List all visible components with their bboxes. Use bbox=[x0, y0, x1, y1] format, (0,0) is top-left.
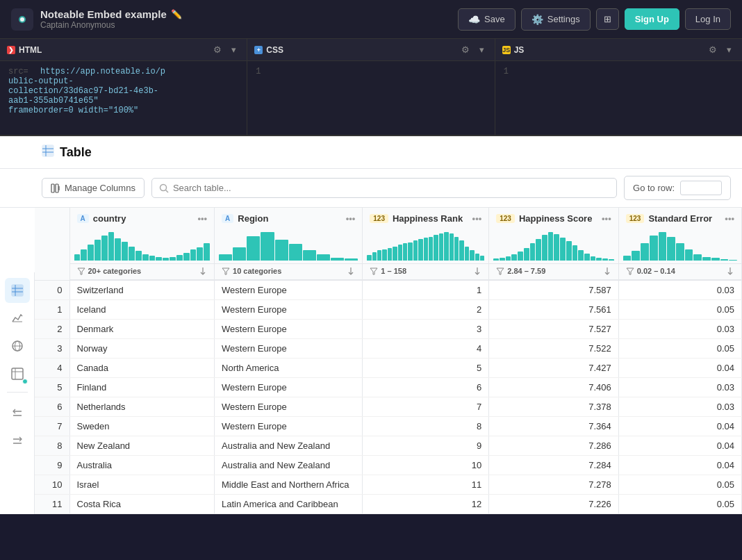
row-score: 7.226 bbox=[489, 495, 618, 514]
rank-filter-icon[interactable] bbox=[370, 267, 378, 275]
table-row[interactable]: 1 Iceland Western Europe 2 7.561 0.05 bbox=[35, 300, 742, 320]
table-row[interactable]: 2 Denmark Western Europe 3 7.527 0.03 bbox=[35, 320, 742, 339]
data-table-container: A country ••• 20+ categories bbox=[35, 208, 742, 514]
table-row[interactable]: 6 Netherlands Western Europe 7 7.378 0.0… bbox=[35, 397, 742, 417]
css-settings-btn[interactable]: ⚙ bbox=[458, 43, 473, 56]
js-dot: JS bbox=[502, 46, 511, 54]
score-column-header: 123 Happiness Score ••• 2.84 – 7.59 bbox=[489, 208, 618, 281]
score-stats-text: 2.84 – 7.59 bbox=[507, 267, 545, 275]
js-editor-content[interactable]: 1 bbox=[495, 61, 742, 135]
table-row[interactable]: 4 Canada North America 5 7.427 0.04 bbox=[35, 359, 742, 378]
js-settings-btn[interactable]: ⚙ bbox=[705, 43, 720, 56]
edit-icon[interactable]: ✏️ bbox=[171, 9, 182, 19]
logo-area: Noteable Embed example ✏️ Captain Anonym… bbox=[11, 8, 458, 31]
rank-col-menu[interactable]: ••• bbox=[472, 213, 482, 224]
signup-button[interactable]: Sign Up bbox=[625, 8, 679, 30]
collapse-button[interactable] bbox=[5, 401, 30, 426]
sidebar-item-table[interactable] bbox=[5, 278, 30, 303]
js-dropdown-btn[interactable]: ▾ bbox=[723, 43, 735, 56]
region-col-menu[interactable]: ••• bbox=[346, 213, 356, 224]
stderr-stats-text: 0.02 – 0.14 bbox=[637, 267, 675, 275]
manage-columns-button[interactable]: Manage Columns bbox=[42, 178, 145, 198]
js-panel-settings: ⚙ ▾ bbox=[705, 43, 735, 56]
table-row[interactable]: 8 New Zealand Australia and New Zealand … bbox=[35, 436, 742, 456]
css-panel: + CSS ⚙ ▾ 1 bbox=[247, 39, 495, 135]
sidebar-item-globe[interactable] bbox=[5, 333, 30, 359]
row-score: 7.406 bbox=[489, 378, 618, 397]
score-type-badge: 123 bbox=[496, 214, 515, 223]
row-score: 7.378 bbox=[489, 397, 618, 417]
rank-stats-text: 1 – 158 bbox=[381, 267, 406, 275]
css-lang-badge: + CSS bbox=[254, 45, 283, 55]
goto-row-input[interactable] bbox=[680, 181, 722, 195]
svg-point-2 bbox=[20, 17, 24, 22]
region-sort-icon[interactable] bbox=[347, 267, 355, 275]
region-stats-text: 10 categories bbox=[233, 267, 281, 275]
score-sort-icon[interactable] bbox=[603, 267, 611, 275]
row-country: Israel bbox=[69, 475, 215, 495]
goto-row-area: Go to row: bbox=[624, 176, 731, 200]
collapse-all-button[interactable] bbox=[5, 429, 30, 454]
row-region: Western Europe bbox=[215, 378, 363, 397]
region-col-stats: 10 categories bbox=[215, 264, 362, 280]
table-row[interactable]: 10 Israel Middle East and Northern Afric… bbox=[35, 475, 742, 495]
row-stderr: 0.05 bbox=[618, 475, 741, 495]
sidebar-divider bbox=[7, 392, 28, 393]
sidebar-item-chart[interactable] bbox=[5, 306, 30, 331]
save-button[interactable]: ☁️ Save bbox=[458, 8, 516, 31]
stderr-filter-icon[interactable] bbox=[626, 267, 634, 275]
css-editor-content[interactable]: 1 bbox=[247, 61, 494, 135]
rank-sort-icon[interactable] bbox=[473, 267, 481, 275]
stderr-histogram bbox=[619, 229, 741, 264]
svg-rect-7 bbox=[12, 285, 23, 296]
css-dropdown-btn[interactable]: ▾ bbox=[476, 43, 488, 56]
settings-button[interactable]: ⚙️ Settings bbox=[521, 8, 591, 31]
row-country: Costa Rica bbox=[69, 495, 215, 514]
table-row[interactable]: 0 Switzerland Western Europe 1 7.587 0.0… bbox=[35, 281, 742, 300]
table-row[interactable]: 11 Costa Rica Latin America and Caribbea… bbox=[35, 495, 742, 514]
table-row[interactable]: 3 Norway Western Europe 4 7.522 0.05 bbox=[35, 339, 742, 359]
sort-icon[interactable] bbox=[199, 267, 207, 275]
row-score: 7.286 bbox=[489, 436, 618, 456]
css-dot: + bbox=[254, 46, 263, 54]
row-score: 7.427 bbox=[489, 359, 618, 378]
country-col-menu[interactable]: ••• bbox=[197, 213, 207, 224]
app-header: Noteable Embed example ✏️ Captain Anonym… bbox=[0, 0, 742, 39]
row-index: 9 bbox=[35, 456, 69, 475]
row-stderr: 0.05 bbox=[618, 339, 741, 359]
html-dropdown-btn[interactable]: ▾ bbox=[228, 43, 240, 56]
svg-line-29 bbox=[165, 190, 168, 192]
svg-marker-34 bbox=[370, 268, 377, 274]
grid-button[interactable]: ⊞ bbox=[596, 8, 619, 30]
signup-label: Sign Up bbox=[635, 14, 669, 24]
region-col-name: Region bbox=[238, 213, 341, 224]
score-filter-icon[interactable] bbox=[496, 267, 504, 275]
table-row[interactable]: 7 Sweden Western Europe 8 7.364 0.04 bbox=[35, 417, 742, 436]
row-region: Western Europe bbox=[215, 397, 363, 417]
html-settings-btn[interactable]: ⚙ bbox=[210, 43, 225, 56]
country-histogram bbox=[70, 229, 215, 264]
row-index: 3 bbox=[35, 339, 69, 359]
sidebar-item-data[interactable] bbox=[5, 361, 30, 386]
columns-icon bbox=[51, 183, 60, 193]
search-input[interactable] bbox=[173, 183, 609, 193]
html-editor-content[interactable]: src= https://app.noteable.io/p ublic-out… bbox=[0, 61, 247, 135]
login-button[interactable]: Log In bbox=[685, 8, 731, 30]
main-content: Table bbox=[0, 136, 742, 514]
title-text: Noteable Embed example bbox=[40, 8, 167, 20]
score-col-menu[interactable]: ••• bbox=[602, 213, 611, 224]
table-row[interactable]: 9 Australia Australia and New Zealand 10… bbox=[35, 456, 742, 475]
table-row[interactable]: 5 Finland Western Europe 6 7.406 0.03 bbox=[35, 378, 742, 397]
stderr-sort-icon[interactable] bbox=[726, 267, 734, 275]
region-filter-icon[interactable] bbox=[222, 267, 230, 275]
row-stderr: 0.04 bbox=[618, 359, 741, 378]
filter-icon[interactable] bbox=[77, 267, 85, 275]
search-box[interactable] bbox=[151, 178, 617, 198]
editor-area: ❯ HTML ⚙ ▾ src= https://app.noteable.io/… bbox=[0, 39, 742, 136]
row-stderr: 0.04 bbox=[618, 436, 741, 456]
html-panel-header: ❯ HTML ⚙ ▾ bbox=[0, 39, 247, 61]
stderr-col-menu[interactable]: ••• bbox=[725, 213, 734, 224]
row-rank: 1 bbox=[363, 281, 489, 300]
html-lang-badge: ❯ HTML bbox=[7, 45, 42, 55]
region-histogram bbox=[215, 229, 362, 264]
